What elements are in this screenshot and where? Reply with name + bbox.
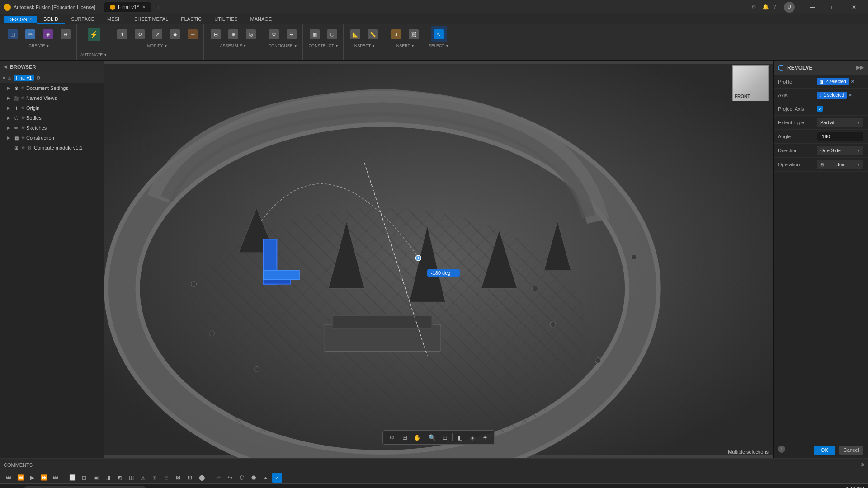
loft-btn[interactable]: ◆ (167, 26, 183, 42)
time-block[interactable]: 2:12 PM 5/12/2024 (842, 486, 864, 488)
browser-root[interactable]: ▼ ⚠ Final v1 ⚙ (0, 73, 104, 83)
extent-type-dropdown[interactable]: Partial ▼ (817, 118, 863, 127)
angle-input[interactable]: -180 (817, 132, 863, 141)
notifications-icon[interactable]: 🔔 (762, 4, 769, 11)
taskbar-app-file-explorer[interactable]: 📁 (453, 485, 469, 488)
comments-settings-btn[interactable]: ⊕ (860, 462, 864, 468)
browser-item-named-views[interactable]: ▶ 🎥 👁 Named Views (0, 93, 104, 103)
project-axis-checkbox[interactable]: ✓ (817, 106, 823, 112)
create-sketch-btn[interactable]: ✏ (22, 26, 38, 42)
settings-icon[interactable]: ⚙ (751, 4, 759, 11)
sketch-btn1[interactable]: ⬜ (67, 473, 77, 483)
direction-dropdown[interactable]: One Side ▼ (817, 146, 863, 155)
tab-plastic[interactable]: PLASTIC (175, 15, 208, 24)
taskbar-app-fusion[interactable]: ⚙ (434, 485, 450, 488)
taskbar-app-chrome[interactable]: 🌐 (472, 485, 488, 488)
cube-face-front[interactable]: FRONT (732, 65, 769, 101)
tool-btn-active[interactable]: ⬦ (272, 473, 282, 483)
dim-handle[interactable]: ⋮ (452, 271, 456, 275)
tab-close-btn[interactable]: ✕ (142, 5, 146, 9)
tab-utilities[interactable]: UTILITIES (208, 15, 244, 24)
move-btn[interactable]: ✛ (184, 26, 201, 42)
sweep-btn[interactable]: ↗ (149, 26, 165, 42)
insert-btn1[interactable]: ⬇ (388, 26, 404, 42)
maximize-btn[interactable]: □ (823, 0, 844, 14)
taskbar-app-unknown[interactable]: 📊 (509, 485, 526, 488)
derive-btn[interactable]: ⊕ (57, 26, 74, 42)
user-avatar[interactable]: U (784, 2, 795, 13)
browser-item-compute-module[interactable]: ▶ ⊞ 👁 ⛓ Compute module v1:1 (0, 143, 104, 153)
zoom-extend-btn[interactable]: ⊡ (439, 432, 450, 443)
sketch-btn8[interactable]: ⊞ (150, 473, 160, 483)
tool-btn3[interactable]: ⬥ (260, 473, 270, 483)
create-form-btn[interactable]: ◈ (40, 26, 56, 42)
as-built-joint-btn[interactable]: ◎ (243, 26, 259, 42)
start-button[interactable] (4, 485, 20, 488)
cancel-button[interactable]: Cancel (839, 446, 863, 455)
axis-clear-btn[interactable]: ✕ (849, 93, 852, 98)
new-tab-btn[interactable]: + (153, 2, 164, 13)
close-btn[interactable]: ✕ (844, 0, 864, 14)
browser-item-bodies[interactable]: ▶ ⬡ 👁 Bodies (0, 113, 104, 123)
operation-dropdown[interactable]: ⊞ Join ▼ (817, 160, 863, 169)
tab-mesh[interactable]: MESH (101, 15, 128, 24)
configure-btn2[interactable]: ☰ (283, 26, 300, 42)
dimension-input[interactable]: -180 deg ⋮ (427, 269, 460, 277)
inspect-btn2[interactable]: 📏 (365, 26, 381, 42)
sketch-btn11[interactable]: ⊡ (185, 473, 195, 483)
sketch-btn12[interactable]: ⬤ (197, 473, 207, 483)
help-icon[interactable]: ? (773, 4, 780, 11)
profile-chip[interactable]: ◨ 2 selected (817, 78, 849, 85)
browser-collapse-btn[interactable]: ◀ (4, 64, 7, 69)
viewport[interactable]: -180 deg ⋮ FRONT Multiple selections ⚙ ⊞… (104, 61, 773, 458)
browser-item-doc-settings[interactable]: ▶ ⚙ 👁 Document Settings (0, 83, 104, 93)
ok-button[interactable]: OK (814, 446, 835, 455)
sketch-btn3[interactable]: ▣ (91, 473, 101, 483)
tool-btn1[interactable]: ⬡ (237, 473, 247, 483)
minimize-btn[interactable]: — (802, 0, 823, 14)
revolve-btn[interactable]: ↻ (132, 26, 148, 42)
browser-item-sketches[interactable]: ▶ ✏ 👁 Sketches (0, 123, 104, 133)
joint-btn[interactable]: ⊕ (225, 26, 241, 42)
axis-chip[interactable]: ↕ 1 selected (817, 92, 847, 99)
construct-btn2[interactable]: ⬡ (324, 26, 340, 42)
arrow-btn1[interactable]: ↩ (213, 473, 223, 483)
display-settings-btn[interactable]: ⚙ (387, 432, 397, 443)
play-btn[interactable]: ▶ (27, 473, 37, 483)
taskbar-search-box[interactable]: 🔍 Search (22, 486, 148, 488)
profile-clear-btn[interactable]: ✕ (851, 79, 854, 84)
inspect-btn1[interactable]: 📐 (347, 26, 363, 42)
sketch-btn7[interactable]: ◬ (138, 473, 148, 483)
play-end-btn[interactable]: ⏭ (51, 473, 61, 483)
display-mode-btn[interactable]: ◈ (467, 432, 478, 443)
sketch-btn9[interactable]: ⊟ (161, 473, 171, 483)
step-back-btn[interactable]: ⏪ (15, 473, 25, 483)
browser-item-construction[interactable]: ▶ ▦ 👁 Construction (0, 133, 104, 143)
design-dropdown-btn[interactable]: DESIGN ▼ (4, 16, 37, 23)
play-back-start-btn[interactable]: ⏮ (4, 473, 14, 483)
panel-collapse-btn[interactable]: ▶▶ (856, 65, 863, 70)
tab-sheet-metal[interactable]: SHEET METAL (128, 15, 175, 24)
tool-btn2[interactable]: ⬣ (249, 473, 259, 483)
construct-btn1[interactable]: ▦ (307, 26, 323, 42)
insert-btn2[interactable]: 🖼 (406, 26, 422, 42)
info-btn[interactable]: i (778, 446, 785, 453)
new-component-assembly-btn[interactable]: ⊞ (208, 26, 224, 42)
tab-surface[interactable]: SURFACE (65, 15, 101, 24)
step-forward-btn[interactable]: ⏩ (39, 473, 49, 483)
tab-solid[interactable]: SOLID (37, 15, 65, 24)
arrow-btn2[interactable]: ↪ (225, 473, 235, 483)
configure-btn1[interactable]: ⚙ (266, 26, 282, 42)
view-cube[interactable]: FRONT (732, 65, 769, 101)
tab-manage[interactable]: MANAGE (244, 15, 278, 24)
extrude-btn[interactable]: ⬆ (114, 26, 130, 42)
sketch-btn2[interactable]: ◻ (79, 473, 89, 483)
sketch-btn4[interactable]: ◨ (103, 473, 113, 483)
sketch-btn10[interactable]: ⊠ (173, 473, 183, 483)
browser-item-origin[interactable]: ▶ ✛ 👁 Origin (0, 103, 104, 113)
zoom-btn[interactable]: 🔍 (427, 432, 438, 443)
environment-btn[interactable]: ☀ (480, 432, 491, 443)
sketch-btn6[interactable]: ◫ (126, 473, 136, 483)
select-btn[interactable]: ↖ (431, 26, 447, 42)
pan-btn[interactable]: ✋ (412, 432, 423, 443)
